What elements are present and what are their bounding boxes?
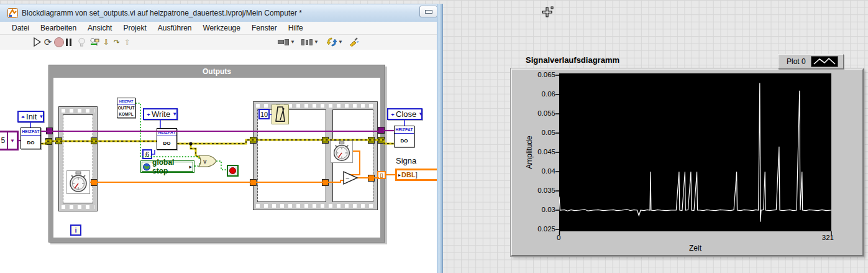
- daqmx-node-close[interactable]: HEIZPAT DO: [394, 126, 414, 147]
- titlebar[interactable]: Blockdiagramm von set_outputs.vi auf hei…: [0, 4, 437, 22]
- chevron-down-icon: ▼: [39, 114, 43, 119]
- enum-selector-icon: ◂▸: [147, 112, 150, 117]
- menubar: Datei Bearbeiten Ansicht Projekt Ausführ…: [0, 22, 437, 35]
- stop-icon: [229, 167, 236, 174]
- task-constant-value: 5: [0, 136, 7, 145]
- tick-count-stopwatch-icon[interactable]: [331, 141, 353, 163]
- init-enum-constant[interactable]: ◂▸ Init ▼: [17, 111, 44, 123]
- distribute-objects-button[interactable]: ▼: [301, 36, 319, 48]
- desktop: { "window": { "title": "Blockdiagramm vo…: [0, 0, 868, 273]
- chevron-down-icon: ▼: [338, 39, 343, 45]
- y-tick: 0.03: [523, 206, 555, 213]
- menu-ansicht[interactable]: Ansicht: [82, 22, 117, 34]
- write-enum-constant[interactable]: ◂▸ Write ▼: [143, 108, 178, 120]
- step-out-button[interactable]: ⇧: [122, 36, 132, 48]
- x-tick-min: 0: [557, 234, 560, 241]
- reorder-button[interactable]: ▼: [326, 36, 344, 48]
- tunnel-error-seq2-left[interactable]: [250, 137, 257, 144]
- cleanup-diagram-button[interactable]: [347, 36, 362, 48]
- menu-hilfe[interactable]: Hilfe: [283, 22, 309, 34]
- wait-next-ms-multiple-icon[interactable]: [272, 104, 289, 124]
- global-variable-output-kompl[interactable]: HEIZPAT OUTPUT KOMPL: [117, 98, 135, 118]
- x-tick-max: 321: [809, 234, 834, 241]
- auto-index-tunnel[interactable]: []: [377, 171, 386, 179]
- indicator-label: Signa: [396, 156, 416, 165]
- tunnel-error-seq1-right[interactable]: [91, 137, 98, 144]
- subtract-function[interactable]: −: [342, 170, 359, 185]
- tunnel-orange-seq2-divider[interactable]: [322, 179, 329, 186]
- chevron-down-icon: ▼: [290, 39, 295, 45]
- menu-datei[interactable]: Datei: [6, 22, 35, 34]
- blockdiagram-window: Blockdiagramm von set_outputs.vi auf hei…: [0, 0, 437, 273]
- iteration-terminal[interactable]: i: [70, 224, 81, 236]
- y-tick: 0.025: [523, 225, 555, 233]
- tunnel-orange-seq2-left[interactable]: [250, 179, 257, 186]
- highlight-execution-button[interactable]: [76, 36, 87, 48]
- y-tick: 0.035: [523, 187, 555, 194]
- pause-button[interactable]: [64, 36, 73, 48]
- tunnel-error-loop-right[interactable]: [378, 137, 385, 144]
- chevron-down-icon: ▼: [418, 111, 423, 117]
- chevron-down-icon: ▼: [7, 132, 17, 149]
- menu-fenster[interactable]: Fenster: [246, 22, 283, 34]
- tunnel-error-seq2-right[interactable]: [368, 137, 375, 144]
- enum-selector-icon: ◂▸: [391, 112, 394, 117]
- toolbar: ⟳ ⇩ ↷ ⇧ 15pt Anwendungsschriftart ▼ ▼ ▼ …: [0, 35, 437, 50]
- daqmx-node-init[interactable]: HEIZPAT DO: [21, 127, 41, 149]
- x-axis-label: Zeit: [664, 244, 726, 252]
- legend-line-sample-icon: [811, 56, 838, 67]
- task-constant[interactable]: 5 ▼: [0, 131, 19, 150]
- global-stop-variable[interactable]: global stop ▸: [140, 160, 194, 173]
- wait-ms-constant[interactable]: 10: [258, 109, 270, 119]
- window-title: Blockdiagramm von set_outputs.vi auf hei…: [22, 9, 302, 17]
- tunnel-error-seq1-left[interactable]: [55, 137, 62, 144]
- step-into-button[interactable]: ⇩: [101, 36, 111, 48]
- wait-ms-stopwatch-icon[interactable]: [66, 170, 90, 194]
- axis-ticks: [553, 72, 839, 237]
- sequence-structure-1[interactable]: [58, 106, 98, 211]
- run-continuous-button[interactable]: ⟳: [42, 36, 53, 48]
- minimize-button[interactable]: [419, 6, 437, 17]
- dbl-indicator-terminal[interactable]: ▸ DBL ]: [395, 169, 437, 181]
- retain-wire-values-button[interactable]: [88, 36, 101, 48]
- y-tick: 0.065: [523, 71, 555, 78]
- run-button[interactable]: [32, 36, 42, 48]
- chart-title: Signalverlaufsdiagramm: [526, 55, 619, 65]
- align-objects-button[interactable]: ▼: [278, 36, 295, 48]
- menu-werkzeuge[interactable]: Werkzeuge: [197, 22, 245, 34]
- enum-selector-icon: ◂▸: [21, 114, 24, 119]
- svg-text:−: −: [345, 174, 349, 182]
- abort-button[interactable]: [54, 36, 64, 48]
- crosshair-cursor: [541, 6, 554, 20]
- minimize-icon: [425, 10, 432, 14]
- chevron-down-icon: ▼: [172, 111, 177, 117]
- tunnel-orange-seq2-right[interactable]: [368, 175, 375, 182]
- tunnel-purple-right[interactable]: [378, 127, 385, 134]
- tunnel-purple-left[interactable]: [46, 127, 53, 134]
- daqmx-node-write[interactable]: HEIZPAT DO: [157, 128, 177, 150]
- menu-bearbeiten[interactable]: Bearbeiten: [35, 22, 82, 34]
- abort-icon: [54, 37, 64, 47]
- globe-icon: [143, 163, 150, 171]
- close-enum-constant[interactable]: ◂▸ Close ▼: [387, 108, 423, 120]
- vi-icon: [7, 8, 18, 18]
- lines-constant[interactable]: 6: [142, 149, 152, 159]
- y-tick: 0.055: [523, 109, 555, 117]
- menu-ausfuehren[interactable]: Ausführen: [152, 22, 198, 34]
- window-border[interactable]: [437, 4, 443, 273]
- chevron-down-icon: ▼: [314, 39, 319, 45]
- plot-legend[interactable]: Plot 0: [778, 54, 844, 69]
- y-tick: 0.06: [523, 90, 555, 98]
- tunnel-error-seq2-divider[interactable]: [322, 137, 329, 144]
- svg-text:v: v: [203, 158, 207, 165]
- step-over-button[interactable]: ↷: [112, 36, 122, 48]
- menu-projekt[interactable]: Projekt: [117, 22, 152, 34]
- while-loop-label: Outputs: [203, 67, 231, 76]
- tunnel-orange-seq1-right[interactable]: [91, 179, 98, 186]
- legend-plot-name: Plot 0: [787, 57, 806, 66]
- tunnel-error-loop-left[interactable]: [45, 138, 52, 145]
- y-axis-label: Amplitude: [525, 127, 534, 177]
- stop-button-terminal[interactable]: [227, 165, 239, 177]
- while-loop-header: Outputs: [49, 65, 385, 78]
- or-gate[interactable]: v: [198, 154, 217, 168]
